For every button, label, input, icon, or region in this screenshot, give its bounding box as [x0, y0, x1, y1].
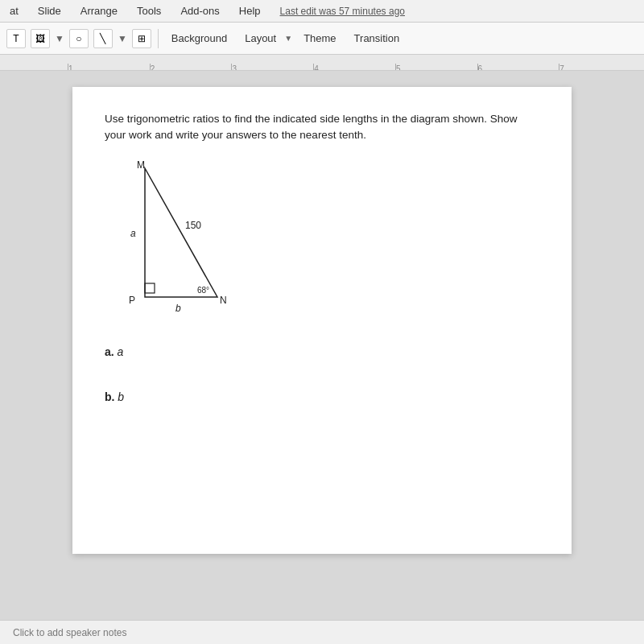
toolbar: T 🖼 ▼ ○ ╲ ▼ ⊞ Background Layout ▼ Theme …: [0, 23, 644, 55]
menu-bar: at Slide Arrange Tools Add-ons Help Last…: [0, 0, 644, 23]
last-edit-label[interactable]: Last edit was 57 minutes ago: [277, 4, 408, 19]
background-button[interactable]: Background: [165, 29, 233, 47]
answer-a: a. a: [105, 345, 539, 358]
svg-rect-1: [145, 283, 155, 293]
answer-a-label: a.: [105, 345, 118, 358]
svg-text:150: 150: [185, 220, 201, 231]
svg-text:P: P: [129, 295, 135, 306]
answer-b-label: b.: [105, 390, 118, 403]
line-dropdown-arrow-icon: ▼: [118, 33, 127, 44]
slide-instruction: Use trigonometric ratios to find the ind…: [105, 111, 539, 144]
svg-text:N: N: [220, 295, 227, 306]
svg-text:68°: 68°: [197, 286, 209, 295]
ruler-mark-2: 2: [150, 64, 232, 70]
answer-b-variable: b: [118, 390, 124, 403]
layout-dropdown[interactable]: Layout ▼: [238, 29, 292, 47]
transition-button[interactable]: Transition: [348, 29, 407, 47]
speaker-notes[interactable]: Click to add speaker notes: [0, 620, 644, 644]
ruler-mark-1: 1: [68, 64, 150, 70]
text-tool-icon[interactable]: T: [6, 29, 26, 48]
menu-tools[interactable]: Tools: [134, 3, 164, 19]
answer-section: a. a b. b: [105, 345, 539, 403]
answer-b: b. b: [105, 390, 539, 403]
line-tool-icon[interactable]: ╲: [93, 29, 113, 48]
ruler-mark-4: 4: [313, 64, 395, 70]
svg-text:b: b: [175, 303, 181, 314]
ruler: 1 2 3 4 5 6 7: [0, 55, 644, 71]
theme-button[interactable]: Theme: [297, 29, 342, 47]
dropdown-arrow-icon: ▼: [55, 33, 64, 44]
image-tool-icon[interactable]: 🖼: [31, 29, 50, 48]
svg-marker-0: [145, 168, 217, 297]
answer-a-variable: a: [118, 345, 124, 358]
menu-at[interactable]: at: [6, 3, 22, 19]
ruler-marks: 1 2 3 4 5 6 7: [3, 64, 641, 70]
ruler-mark-3: 3: [231, 64, 313, 70]
svg-text:a: a: [130, 228, 136, 239]
shape-tool-icon[interactable]: ○: [69, 29, 89, 48]
slide[interactable]: Use trigonometric ratios to find the ind…: [72, 87, 572, 554]
ruler-mark-7: 7: [559, 64, 641, 70]
menu-help[interactable]: Help: [236, 3, 264, 19]
main-area: Use trigonometric ratios to find the ind…: [0, 71, 644, 620]
plus-tool-icon[interactable]: ⊞: [132, 29, 151, 48]
triangle-diagram: M P N a b 150 68°: [113, 160, 274, 321]
toolbar-divider: [158, 29, 159, 48]
layout-arrow-icon: ▼: [284, 34, 292, 43]
layout-button: Layout: [238, 29, 283, 47]
speaker-notes-placeholder: Click to add speaker notes: [13, 627, 126, 638]
ruler-mark-5: 5: [395, 64, 477, 70]
menu-arrange[interactable]: Arrange: [77, 3, 121, 19]
ruler-mark-6: 6: [477, 64, 559, 70]
svg-text:M: M: [137, 160, 145, 171]
menu-addons[interactable]: Add-ons: [177, 3, 222, 19]
menu-slide[interactable]: Slide: [35, 3, 64, 19]
